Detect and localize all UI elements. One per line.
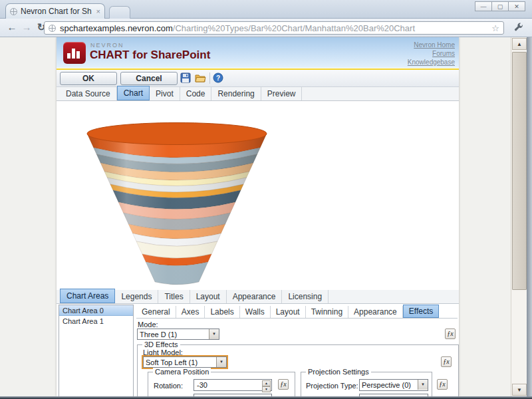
brand-nevron: NEVRON xyxy=(90,42,124,49)
tab-rendering[interactable]: Rendering xyxy=(211,87,261,100)
action-toolbar: OK Cancel xyxy=(57,70,459,87)
link-nevron-home[interactable]: Nevron Home xyxy=(408,41,455,49)
chart-preview xyxy=(57,101,459,290)
tab-appearance-inner[interactable]: Appearance xyxy=(348,306,403,318)
tab-chart-areas[interactable]: Chart Areas xyxy=(60,289,115,303)
tab-preview[interactable]: Preview xyxy=(261,87,303,100)
area-settings-tabstrip: General Axes Labels Walls Layout Twinnin… xyxy=(136,306,458,319)
url-page-icon xyxy=(49,25,56,32)
wrench-menu-icon[interactable] xyxy=(513,23,524,33)
nevron-page: NEVRON CHART for SharePoint Nevron Home … xyxy=(57,37,459,396)
projection-type-label: Projection Type: xyxy=(306,382,358,390)
page-scrollbar[interactable]: ▲ ▼ xyxy=(511,37,527,396)
tab-chart[interactable]: Chart xyxy=(117,86,150,100)
svg-text:?: ? xyxy=(216,74,220,82)
close-button[interactable]: ✕ xyxy=(508,1,525,11)
window-controls: — ▢ ✕ xyxy=(475,1,525,11)
tab-titles[interactable]: Titles xyxy=(158,290,190,303)
link-forums[interactable]: Forums xyxy=(408,49,455,58)
tab-general[interactable]: General xyxy=(136,306,176,318)
rotation-fx-button[interactable]: ƒx xyxy=(278,379,289,390)
tab-labels[interactable]: Labels xyxy=(205,306,239,318)
tab-legends[interactable]: Legends xyxy=(115,290,158,303)
browser-tab[interactable]: Nevron Chart for Sh × xyxy=(5,3,105,19)
tab-licensing[interactable]: Licensing xyxy=(282,290,329,303)
brand-title: CHART for SharePoint xyxy=(90,49,210,62)
tab-data-source[interactable]: Data Source xyxy=(60,87,117,100)
spin-down-icon[interactable]: ▼ xyxy=(262,386,271,392)
dropdown-arrow-icon[interactable]: ▼ xyxy=(209,329,219,339)
scroll-up-icon[interactable]: ▲ xyxy=(512,38,527,50)
tab-axes[interactable]: Axes xyxy=(176,306,205,318)
tab-pivot[interactable]: Pivot xyxy=(150,87,180,100)
browser-tab-bar: Nevron Chart for Sh × — ▢ ✕ xyxy=(0,0,532,19)
toolbar-separator xyxy=(209,72,210,84)
spin-up-icon[interactable]: ▲ xyxy=(262,380,271,386)
rotation-label: Rotation: xyxy=(154,382,183,390)
new-tab-button[interactable] xyxy=(109,6,130,19)
dropdown-arrow-icon[interactable]: ▼ xyxy=(216,357,226,367)
config-tabstrip: Chart Areas Legends Titles Layout Appear… xyxy=(57,290,459,304)
main-tabstrip: Data Source Chart Pivot Code Rendering P… xyxy=(57,87,459,101)
open-folder-icon[interactable] xyxy=(195,72,206,84)
mode-dropdown[interactable]: Three D (1) ▼ xyxy=(137,329,219,340)
tab-code[interactable]: Code xyxy=(180,87,212,100)
mode-label: Mode: xyxy=(138,321,158,329)
save-icon[interactable] xyxy=(180,72,192,84)
funnel-chart xyxy=(57,101,459,290)
tab-close-icon[interactable]: × xyxy=(96,7,100,15)
light-model-fx-button[interactable]: ƒx xyxy=(441,356,452,367)
maximize-button[interactable]: ▢ xyxy=(491,1,509,11)
tab-appearance[interactable]: Appearance xyxy=(227,290,283,303)
projection-type-fx-button[interactable]: ƒx xyxy=(437,379,448,390)
window-right-frame xyxy=(527,37,532,396)
nevron-header: NEVRON CHART for SharePoint Nevron Home … xyxy=(57,37,459,68)
tab-layout-inner[interactable]: Layout xyxy=(271,306,306,318)
address-bar[interactable]: spchartexamples.nevron.com /Charting%20T… xyxy=(44,21,504,35)
nevron-logo-icon xyxy=(63,42,86,64)
dropdown-arrow-icon[interactable]: ▼ xyxy=(418,380,428,390)
page-viewport: NEVRON CHART for SharePoint Nevron Home … xyxy=(0,37,532,396)
url-path: /Charting%20Types/Bar%20Chart/Manhattan%… xyxy=(173,23,489,33)
minimize-button[interactable]: — xyxy=(475,1,492,11)
tab-effects[interactable]: Effects xyxy=(403,305,439,318)
ok-button[interactable]: OK xyxy=(60,72,117,85)
scroll-down-icon[interactable]: ▼ xyxy=(512,384,527,396)
tab-title: Nevron Chart for Sh xyxy=(21,7,94,16)
window-bottom-frame xyxy=(0,396,532,399)
list-item-chart-area-0[interactable]: Chart Area 0 xyxy=(59,305,133,316)
tab-walls[interactable]: Walls xyxy=(240,306,271,318)
help-icon[interactable]: ? xyxy=(213,72,224,84)
projection-type-dropdown[interactable]: Perspective (0) ▼ xyxy=(359,379,428,391)
favicon-globe-icon xyxy=(10,8,17,15)
cancel-button[interactable]: Cancel xyxy=(120,72,178,85)
forward-button[interactable]: → xyxy=(20,21,33,34)
light-model-label: Light Model: xyxy=(143,348,183,356)
light-model-dropdown[interactable]: Soft Top Left (1) ▼ xyxy=(143,356,227,368)
bookmark-star-icon[interactable]: ☆ xyxy=(491,23,499,33)
tab-layout[interactable]: Layout xyxy=(190,290,227,303)
back-button[interactable]: ← xyxy=(5,21,19,34)
browser-toolbar: ← → ↻ spchartexamples.nevron.com /Charti… xyxy=(0,19,532,37)
tab-twinning[interactable]: Twinning xyxy=(306,306,348,318)
mode-fx-button[interactable]: ƒx xyxy=(445,329,456,339)
rotation-spinner[interactable]: -30 ▲ ▼ xyxy=(194,379,272,391)
header-links: Nevron Home Forums Knowledgebase xyxy=(408,41,455,66)
link-knowledgebase[interactable]: Knowledgebase xyxy=(408,58,455,66)
scrollbar-thumb[interactable] xyxy=(512,52,527,290)
list-item-chart-area-1[interactable]: Chart Area 1 xyxy=(59,316,133,327)
browser-window: Nevron Chart for Sh × — ▢ ✕ ← → ↻ spchar… xyxy=(0,0,532,399)
url-host: spchartexamples.nevron.com xyxy=(60,23,173,33)
chart-areas-list: Chart Area 0 Chart Area 1 xyxy=(59,305,134,396)
